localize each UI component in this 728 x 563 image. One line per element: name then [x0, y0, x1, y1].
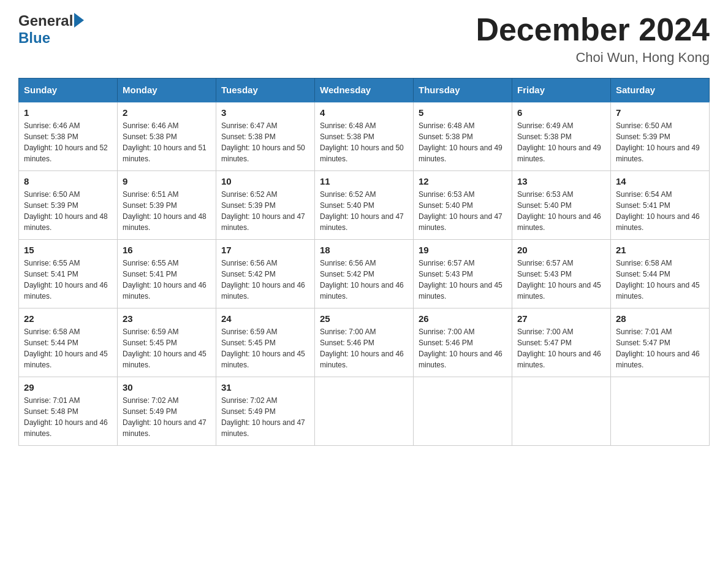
calendar-cell [414, 377, 512, 446]
calendar-cell: 8Sunrise: 6:50 AMSunset: 5:39 PMDaylight… [19, 171, 118, 240]
day-info: Sunrise: 6:48 AMSunset: 5:38 PMDaylight:… [320, 120, 408, 164]
weekday-header-thursday: Thursday [414, 79, 512, 102]
calendar-cell: 25Sunrise: 7:00 AMSunset: 5:46 PMDayligh… [315, 308, 414, 377]
calendar-cell: 18Sunrise: 6:56 AMSunset: 5:42 PMDayligh… [315, 240, 414, 308]
day-number: 15 [24, 245, 112, 255]
day-info: Sunrise: 6:55 AMSunset: 5:41 PMDaylight:… [24, 258, 112, 302]
day-info: Sunrise: 6:50 AMSunset: 5:39 PMDaylight:… [616, 120, 704, 164]
calendar-week-row: 15Sunrise: 6:55 AMSunset: 5:41 PMDayligh… [19, 240, 710, 308]
weekday-header-monday: Monday [118, 79, 216, 102]
day-info: Sunrise: 6:56 AMSunset: 5:42 PMDaylight:… [320, 258, 408, 302]
day-number: 3 [221, 107, 309, 118]
day-number: 12 [419, 176, 507, 186]
calendar-cell: 29Sunrise: 7:01 AMSunset: 5:48 PMDayligh… [19, 377, 118, 446]
calendar-cell: 28Sunrise: 7:01 AMSunset: 5:47 PMDayligh… [611, 308, 710, 377]
day-info: Sunrise: 7:00 AMSunset: 5:46 PMDaylight:… [320, 326, 408, 370]
logo-general-text: General [18, 12, 73, 29]
calendar-cell: 24Sunrise: 6:59 AMSunset: 5:45 PMDayligh… [216, 308, 315, 377]
day-number: 8 [24, 176, 112, 186]
calendar-cell: 15Sunrise: 6:55 AMSunset: 5:41 PMDayligh… [19, 240, 118, 308]
logo: General Blue [18, 12, 85, 47]
calendar-cell: 4Sunrise: 6:48 AMSunset: 5:38 PMDaylight… [315, 102, 414, 171]
calendar-cell: 9Sunrise: 6:51 AMSunset: 5:39 PMDaylight… [118, 171, 216, 240]
day-info: Sunrise: 6:51 AMSunset: 5:39 PMDaylight:… [123, 189, 211, 233]
day-number: 4 [320, 107, 408, 118]
day-info: Sunrise: 7:02 AMSunset: 5:49 PMDaylight:… [221, 395, 309, 439]
calendar-cell: 30Sunrise: 7:02 AMSunset: 5:49 PMDayligh… [118, 377, 216, 446]
day-number: 7 [616, 107, 704, 118]
day-info: Sunrise: 6:55 AMSunset: 5:41 PMDaylight:… [123, 258, 211, 302]
day-number: 21 [616, 245, 704, 255]
calendar-week-row: 22Sunrise: 6:58 AMSunset: 5:44 PMDayligh… [19, 308, 710, 377]
day-info: Sunrise: 6:59 AMSunset: 5:45 PMDaylight:… [221, 326, 309, 370]
calendar-week-row: 29Sunrise: 7:01 AMSunset: 5:48 PMDayligh… [19, 377, 710, 446]
weekday-header-friday: Friday [512, 79, 611, 102]
calendar-table: SundayMondayTuesdayWednesdayThursdayFrid… [18, 78, 710, 446]
day-info: Sunrise: 7:00 AMSunset: 5:47 PMDaylight:… [517, 326, 605, 370]
day-number: 24 [221, 313, 309, 324]
calendar-cell: 1Sunrise: 6:46 AMSunset: 5:38 PMDaylight… [19, 102, 118, 171]
day-number: 16 [123, 245, 211, 255]
day-number: 2 [123, 107, 211, 118]
calendar-cell: 5Sunrise: 6:48 AMSunset: 5:38 PMDaylight… [414, 102, 512, 171]
day-number: 22 [24, 313, 112, 324]
day-number: 5 [419, 107, 507, 118]
day-info: Sunrise: 6:52 AMSunset: 5:40 PMDaylight:… [320, 189, 408, 233]
calendar-cell [315, 377, 414, 446]
day-number: 17 [221, 245, 309, 255]
calendar-cell: 23Sunrise: 6:59 AMSunset: 5:45 PMDayligh… [118, 308, 216, 377]
day-info: Sunrise: 6:47 AMSunset: 5:38 PMDaylight:… [221, 120, 309, 164]
calendar-cell [611, 377, 710, 446]
day-number: 29 [24, 382, 112, 393]
day-info: Sunrise: 6:48 AMSunset: 5:38 PMDaylight:… [419, 120, 507, 164]
calendar-cell: 20Sunrise: 6:57 AMSunset: 5:43 PMDayligh… [512, 240, 611, 308]
day-number: 11 [320, 176, 408, 186]
day-number: 28 [616, 313, 704, 324]
day-number: 9 [123, 176, 211, 186]
day-number: 26 [419, 313, 507, 324]
day-info: Sunrise: 6:53 AMSunset: 5:40 PMDaylight:… [517, 189, 605, 233]
day-number: 18 [320, 245, 408, 255]
page-header: General Blue December 2024 Choi Wun, Hon… [18, 12, 710, 66]
day-number: 31 [221, 382, 309, 393]
day-info: Sunrise: 7:01 AMSunset: 5:48 PMDaylight:… [24, 395, 112, 439]
calendar-cell: 16Sunrise: 6:55 AMSunset: 5:41 PMDayligh… [118, 240, 216, 308]
calendar-cell: 27Sunrise: 7:00 AMSunset: 5:47 PMDayligh… [512, 308, 611, 377]
day-number: 27 [517, 313, 605, 324]
calendar-cell: 13Sunrise: 6:53 AMSunset: 5:40 PMDayligh… [512, 171, 611, 240]
day-number: 14 [616, 176, 704, 186]
day-info: Sunrise: 6:57 AMSunset: 5:43 PMDaylight:… [419, 258, 507, 302]
day-info: Sunrise: 7:01 AMSunset: 5:47 PMDaylight:… [616, 326, 704, 370]
weekday-header-wednesday: Wednesday [315, 79, 414, 102]
calendar-cell: 10Sunrise: 6:52 AMSunset: 5:39 PMDayligh… [216, 171, 315, 240]
calendar-cell: 2Sunrise: 6:46 AMSunset: 5:38 PMDaylight… [118, 102, 216, 171]
title-area: December 2024 Choi Wun, Hong Kong [476, 12, 710, 66]
weekday-header-sunday: Sunday [19, 79, 118, 102]
day-info: Sunrise: 6:58 AMSunset: 5:44 PMDaylight:… [616, 258, 704, 302]
calendar-cell: 12Sunrise: 6:53 AMSunset: 5:40 PMDayligh… [414, 171, 512, 240]
day-info: Sunrise: 6:46 AMSunset: 5:38 PMDaylight:… [123, 120, 211, 164]
day-info: Sunrise: 6:56 AMSunset: 5:42 PMDaylight:… [221, 258, 309, 302]
day-number: 23 [123, 313, 211, 324]
day-info: Sunrise: 6:59 AMSunset: 5:45 PMDaylight:… [123, 326, 211, 370]
day-number: 30 [123, 382, 211, 393]
day-info: Sunrise: 6:58 AMSunset: 5:44 PMDaylight:… [24, 326, 112, 370]
calendar-week-row: 8Sunrise: 6:50 AMSunset: 5:39 PMDaylight… [19, 171, 710, 240]
day-info: Sunrise: 6:46 AMSunset: 5:38 PMDaylight:… [24, 120, 112, 164]
logo-blue-text: Blue [18, 29, 50, 47]
weekday-header-saturday: Saturday [611, 79, 710, 102]
calendar-cell: 3Sunrise: 6:47 AMSunset: 5:38 PMDaylight… [216, 102, 315, 171]
calendar-cell: 26Sunrise: 7:00 AMSunset: 5:46 PMDayligh… [414, 308, 512, 377]
calendar-cell: 31Sunrise: 7:02 AMSunset: 5:49 PMDayligh… [216, 377, 315, 446]
month-title: December 2024 [476, 12, 710, 47]
calendar-week-row: 1Sunrise: 6:46 AMSunset: 5:38 PMDaylight… [19, 102, 710, 171]
calendar-cell: 21Sunrise: 6:58 AMSunset: 5:44 PMDayligh… [611, 240, 710, 308]
day-number: 10 [221, 176, 309, 186]
day-info: Sunrise: 6:53 AMSunset: 5:40 PMDaylight:… [419, 189, 507, 233]
calendar-cell: 14Sunrise: 6:54 AMSunset: 5:41 PMDayligh… [611, 171, 710, 240]
calendar-cell: 7Sunrise: 6:50 AMSunset: 5:39 PMDaylight… [611, 102, 710, 171]
day-number: 13 [517, 176, 605, 186]
day-info: Sunrise: 7:00 AMSunset: 5:46 PMDaylight:… [419, 326, 507, 370]
day-number: 1 [24, 107, 112, 118]
calendar-cell: 11Sunrise: 6:52 AMSunset: 5:40 PMDayligh… [315, 171, 414, 240]
